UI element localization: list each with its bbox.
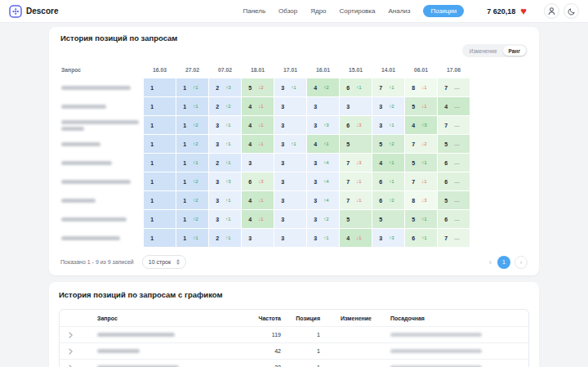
toggle-option-1[interactable]: Изменение <box>464 46 503 56</box>
landing-cell <box>378 349 528 353</box>
position-value: 4 <box>242 198 258 204</box>
date-column-header: 16.01 <box>307 67 339 73</box>
position-change: ↑4 <box>323 179 339 184</box>
current-page-button[interactable]: 1 <box>497 256 510 269</box>
query-cell[interactable] <box>60 97 143 115</box>
prev-page-button[interactable]: ‹ <box>488 257 493 266</box>
position-value: 5 <box>405 104 421 110</box>
position-value: 1 <box>144 160 160 166</box>
query-cell[interactable] <box>60 135 143 153</box>
position-cell: 1 <box>144 172 176 190</box>
position-cell: 1 <box>144 191 176 209</box>
position-change: ↑2 <box>193 217 208 222</box>
date-column-header: 16.03 <box>144 67 176 73</box>
position-value: 2 <box>209 235 225 241</box>
position-cell: 4↓1 <box>340 229 372 247</box>
position-cell: 4↓1 <box>242 116 274 134</box>
position-cell: 4↓1 <box>242 191 274 209</box>
nav-item-2[interactable]: Обзор <box>278 7 297 15</box>
landing-cell <box>378 333 528 337</box>
query-cell[interactable] <box>89 349 256 353</box>
position-cell: 1↑2 <box>176 210 208 228</box>
position-change: ↑1 <box>291 85 306 90</box>
position-change: ↑1 <box>225 123 241 128</box>
position-cell: 3 <box>274 229 306 247</box>
query-cell[interactable] <box>60 116 143 134</box>
nav-item-5[interactable]: Анализ <box>388 7 410 15</box>
query-cell[interactable] <box>60 229 143 247</box>
nav-item-6[interactable]: Позиции <box>423 5 464 17</box>
position-value: 3 <box>274 235 291 241</box>
position-value: 1 <box>144 217 160 222</box>
position-change: ↓2 <box>421 141 437 146</box>
nav-item-4[interactable]: Сортировка <box>340 7 376 15</box>
position-cell: 3↑1 <box>274 78 306 96</box>
position-value: 6 <box>372 179 389 185</box>
position-cell: 1 <box>144 116 176 134</box>
position-cell: 1↑1 <box>176 78 208 96</box>
position-cell: 8↓3 <box>405 191 437 209</box>
page-size-select[interactable]: 10 строк <box>142 255 186 269</box>
expand-chevron-icon[interactable] <box>60 332 89 338</box>
position-value: 5 <box>372 141 389 147</box>
position-change: — <box>454 85 470 91</box>
position-value: 7 <box>405 141 421 147</box>
heart-icon[interactable]: ♥ <box>520 6 527 16</box>
position-cell: 1↑2 <box>176 116 208 134</box>
position-value: 3 <box>372 235 389 241</box>
position-value: 6 <box>372 198 389 204</box>
date-column-header: 14.01 <box>372 67 404 73</box>
position-cell: 4↓1 <box>242 210 274 228</box>
position-value: 3 <box>209 141 225 147</box>
position-change: ↑1 <box>389 85 404 90</box>
position-change: ↓3 <box>356 160 372 165</box>
chart-table-row[interactable]: 1191 <box>60 326 528 342</box>
position-cell: 2↑3 <box>209 78 241 96</box>
position-value: 3 <box>242 160 258 166</box>
position-value: 4 <box>242 141 258 147</box>
position-value: 3 <box>242 235 258 241</box>
position-value: 7 <box>438 235 454 241</box>
position-value: 7 <box>340 179 356 185</box>
account-button[interactable] <box>544 3 559 19</box>
position-value: 3 <box>307 123 323 128</box>
chart-table-row[interactable]: 231 <box>60 359 528 367</box>
query-cell[interactable] <box>60 78 143 96</box>
position-cell: 1↑1 <box>176 97 208 115</box>
nav-item-1[interactable]: Панель <box>243 7 265 15</box>
balance-amount: 7 620,18 <box>487 7 515 16</box>
expand-chevron-icon[interactable] <box>60 348 89 355</box>
position-cell: 3↑2 <box>372 97 404 115</box>
position-cell: 3↑3 <box>307 116 339 134</box>
position-cell: 3↑2 <box>307 210 339 228</box>
position-cell: 7↓2 <box>405 135 437 153</box>
next-page-button[interactable]: › <box>514 256 528 269</box>
query-cell[interactable] <box>60 172 143 190</box>
position-cell: 3↑4 <box>307 154 339 172</box>
position-cell: 3↑1 <box>209 135 241 153</box>
query-cell[interactable] <box>89 333 256 337</box>
chart-table-row[interactable]: 421 <box>60 342 528 359</box>
query-cell[interactable] <box>60 210 143 228</box>
position-change: ↑1 <box>193 235 208 240</box>
position-value: 4 <box>242 217 258 222</box>
position-value: 6 <box>340 85 356 91</box>
toggle-option-2[interactable]: Ранг <box>503 46 527 56</box>
position-value: 1 <box>144 104 160 110</box>
redacted-query-text <box>61 161 112 165</box>
positions-table: Запрос16.0327.0207.0218.0117.0116.0115.0… <box>60 64 528 247</box>
position-value: 3 <box>209 217 225 222</box>
position-change: ↑1 <box>193 85 208 90</box>
nav-item-3[interactable]: Ядро <box>310 7 326 15</box>
query-cell[interactable] <box>60 154 143 172</box>
position-cell: 7— <box>438 116 470 134</box>
position-change: ↑4 <box>323 160 339 165</box>
theme-toggle-button[interactable] <box>564 3 579 19</box>
position-value: 3 <box>274 141 291 147</box>
position-change: ↑1 <box>291 141 306 146</box>
position-value: 3 <box>307 160 323 166</box>
brand[interactable]: Descore <box>9 5 58 18</box>
query-cell[interactable] <box>60 191 143 209</box>
position-value: 1 <box>176 85 193 91</box>
expand-chevron-icon[interactable] <box>60 365 89 367</box>
